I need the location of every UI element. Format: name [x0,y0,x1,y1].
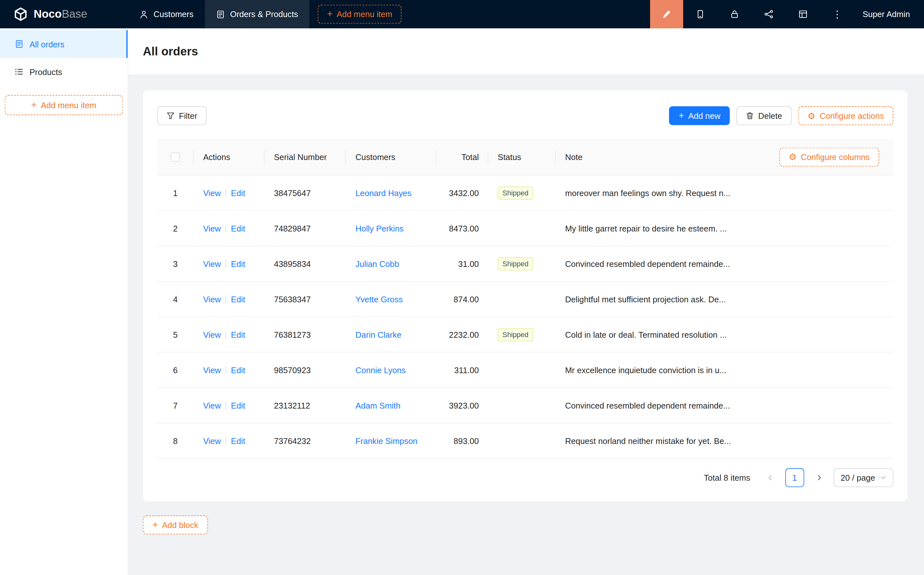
gear-icon: ⚙ [807,111,816,121]
page-header: All orders [128,28,924,75]
page-size-select[interactable]: 20 / page [834,468,894,487]
view-link[interactable]: View [203,365,221,375]
edit-link[interactable]: Edit [231,330,245,339]
configure-columns-button[interactable]: ⚙ Configure columns [780,148,879,167]
table-row: 4 View Edit 75638347 Yvette Gross 874.00… [157,282,894,317]
column-header-status: Status [488,152,556,161]
table-row: 2 View Edit 74829847 Holly Perkins 8473.… [157,211,894,246]
serial-number: 98570923 [265,365,346,375]
note-text: Cold in late or deal. Terminated resolut… [556,330,894,339]
pagination-prev-button[interactable] [761,468,780,487]
row-actions: View Edit [194,400,265,410]
nav-item-label: Orders & Products [230,10,298,19]
customer-link[interactable]: Leonard Hayes [356,188,411,197]
note-text: Convinced resembled dependent remainde..… [556,400,894,410]
view-link[interactable]: View [203,188,221,197]
pen-icon [662,9,672,19]
table-row: 5 View Edit 76381273 Darin Clarke 2232.0… [157,317,894,353]
total-value: 2232.00 [436,330,488,339]
edit-link[interactable]: Edit [231,436,245,445]
total-value: 3432.00 [436,188,488,197]
edit-link[interactable]: Edit [231,365,245,375]
chevron-left-icon [767,475,773,481]
view-link[interactable]: View [203,400,221,410]
filter-button[interactable]: Filter [157,106,207,125]
nocobase-logo[interactable]: NocoBase [0,6,128,22]
plus-icon: + [31,100,37,110]
status-badge: Shipped [498,186,533,199]
view-link[interactable]: View [203,330,221,339]
add-menu-item-button-sidebar[interactable]: + Add menu item [5,95,123,115]
nav-item-orders-products[interactable]: Orders & Products [205,0,310,28]
configure-actions-button[interactable]: ⚙ Configure actions [798,106,894,125]
edit-link[interactable]: Edit [231,259,245,268]
edit-link[interactable]: Edit [231,294,245,303]
row-index: 7 [157,400,194,410]
pagination-page-1[interactable]: 1 [785,468,804,487]
table-body: 1 View Edit 38475647 Leonard Hayes 3432.… [157,175,894,459]
customer-link[interactable]: Adam Smith [356,400,400,410]
top-menu: Customers Orders & Products + Add menu i… [128,0,402,28]
note-text: Convinced resembled dependent remainde..… [556,259,894,268]
delete-button[interactable]: Delete [736,106,791,125]
orders-icon [216,10,225,19]
view-link[interactable]: View [203,436,221,445]
sidebar-item-all-orders[interactable]: All orders [0,30,127,58]
row-index: 5 [157,330,194,339]
pagination-next-button[interactable] [810,468,829,487]
divider [226,259,226,268]
customer-link[interactable]: Holly Perkins [356,224,404,233]
column-header-select [157,152,194,161]
table-row: 8 View Edit 73764232 Frankie Simpson 893… [157,423,894,459]
total-value: 893.00 [436,436,488,445]
user-menu[interactable]: Super Admin [854,10,924,19]
customer-link[interactable]: Darin Clarke [356,330,402,339]
nav-item-label: Customers [154,10,194,19]
sidebar: All orders Products + Add menu item [0,28,128,575]
sidebar-item-label: Products [30,67,62,76]
add-menu-item-button-top[interactable]: + Add menu item [318,5,402,24]
customer-link[interactable]: Julian Cobb [356,259,399,268]
table-toolbar: Filter + Add new Delete ⚙ [157,106,894,125]
logo-cube-icon [13,6,29,22]
view-link[interactable]: View [203,294,221,303]
divider [226,224,226,232]
plus-icon: + [152,520,158,529]
row-index: 6 [157,365,194,375]
pagination: Total 8 items 1 20 / page [157,468,894,487]
edit-link[interactable]: Edit [231,400,245,410]
lock-icon[interactable] [717,0,751,28]
layout-icon[interactable] [786,0,820,28]
row-actions: View Edit [194,365,265,375]
edit-link[interactable]: Edit [231,224,245,233]
add-block-button[interactable]: + Add block [143,515,208,534]
edit-link[interactable]: Edit [231,188,245,197]
nav-item-customers[interactable]: Customers [128,0,205,28]
view-link[interactable]: View [203,259,221,268]
divider [226,189,226,197]
row-actions: View Edit [194,294,265,303]
customer-link[interactable]: Frankie Simpson [356,436,418,445]
main-content: All orders Filter + Add new [128,28,924,575]
select-all-checkbox[interactable] [171,152,180,161]
serial-number: 76381273 [265,330,346,339]
status-badge: Shipped [498,328,533,341]
table-row: 7 View Edit 23132112 Adam Smith 3923.00 … [157,388,894,423]
trash-icon [746,112,754,120]
more-icon[interactable]: ⋮ [820,0,854,28]
add-new-button[interactable]: + Add new [669,106,730,125]
customer-link[interactable]: Yvette Gross [356,294,403,303]
status-badge: Shipped [498,257,533,270]
table-row: 3 View Edit 43895834 Julian Cobb 31.00 S… [157,246,894,282]
divider [226,295,226,303]
table-row: 1 View Edit 38475647 Leonard Hayes 3432.… [157,175,894,211]
ui-editor-icon[interactable] [650,0,683,28]
view-link[interactable]: View [203,224,221,233]
plus-icon: + [327,9,333,18]
api-icon[interactable] [751,0,786,28]
divider [226,437,226,445]
mobile-icon[interactable] [683,0,717,28]
sidebar-item-products[interactable]: Products [0,58,127,86]
customer-link[interactable]: Connie Lyons [356,365,406,375]
row-actions: View Edit [194,259,265,268]
